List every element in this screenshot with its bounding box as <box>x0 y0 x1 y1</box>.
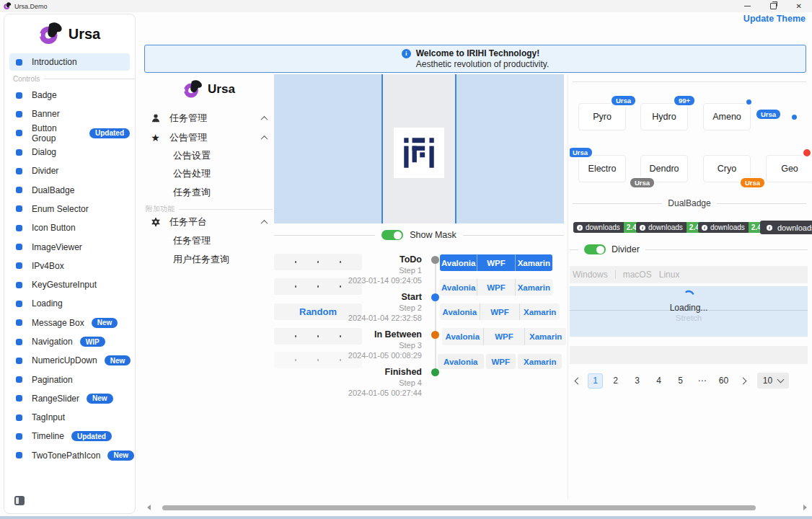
horizontal-scrollbar-thumb[interactable] <box>162 505 756 510</box>
bullet-icon <box>16 59 22 66</box>
menu-subitem-announcement-processing[interactable]: 公告处理 <box>173 165 211 182</box>
show-mask-toggle[interactable] <box>381 230 403 240</box>
menu-subitem-task-management[interactable]: 任务管理 <box>173 232 211 249</box>
sidebar-item-twotonepathicon[interactable]: TwoTonePathIconNew <box>9 446 130 465</box>
os-label-windows: Windows <box>573 270 608 280</box>
sidebar-item-rangeslider[interactable]: RangeSliderNew <box>9 389 130 408</box>
button-xamarin[interactable]: Xamarin <box>519 303 560 320</box>
sidebar-item-keygestureinput[interactable]: KeyGestureInput <box>9 275 130 294</box>
badge-card-pyro: Pyro <box>578 103 626 130</box>
timeline-dot-finished <box>431 368 439 376</box>
sidebar-logo: Ursa <box>4 14 135 53</box>
status-badge: WIP <box>80 337 105 347</box>
page-button-3[interactable]: 3 <box>628 373 646 389</box>
bullet-icon <box>16 262 22 269</box>
image-viewer[interactable] <box>274 74 564 223</box>
page-button-2[interactable]: 2 <box>606 373 625 389</box>
bullet-icon <box>16 358 22 364</box>
divider-toggle[interactable] <box>584 244 606 254</box>
sidebar-collapse-icon[interactable] <box>14 496 25 505</box>
sidebar-item-message-box[interactable]: Message BoxNew <box>9 314 130 332</box>
sidebar-item-badge[interactable]: Badge <box>9 86 130 105</box>
page-size-select[interactable]: 10 <box>757 373 789 389</box>
button-wpf[interactable]: WPF <box>480 303 520 320</box>
sidebar-item-timeline[interactable]: TimelineUpdated <box>9 427 130 445</box>
button-avalonia[interactable]: Avalonia <box>440 303 480 320</box>
button-wpf[interactable]: WPF <box>483 328 525 345</box>
next-page-icon[interactable] <box>736 373 749 389</box>
sidebar-item-dualbadge[interactable]: DualBadge <box>9 180 130 199</box>
button-xamarin[interactable]: Xamarin <box>524 328 566 345</box>
button-xamarin[interactable]: Xamarin <box>515 254 552 271</box>
chevron-down-icon <box>777 376 785 383</box>
ipv4-input[interactable] <box>274 328 362 345</box>
menu-subitem-task-query[interactable]: 任务查询 <box>173 184 211 201</box>
app-window: Ursa.Demo ✕ Ursa Introduction Controls B… <box>0 0 812 519</box>
scroll-right-icon[interactable] <box>803 505 807 510</box>
badge-card-ameno: Ameno <box>703 103 751 130</box>
page-button-4[interactable]: 4 <box>650 373 668 389</box>
timeline-title: ToDo <box>400 254 422 265</box>
menu-item-task-management[interactable]: 任务管理 <box>144 110 273 127</box>
sidebar-item-imageviewer[interactable]: ImageViewer <box>9 237 130 256</box>
os-label-macos: macOS <box>623 270 652 280</box>
maximize-icon[interactable] <box>770 3 777 9</box>
menu-subitem-announcement-settings[interactable]: 公告设置 <box>173 147 211 164</box>
button-wpf[interactable]: WPF <box>486 354 516 369</box>
page-ellipsis[interactable]: ⋯ <box>693 373 711 389</box>
sidebar-item-enum-selector[interactable]: Enum Selector <box>9 200 130 218</box>
sidebar-item-button-group[interactable]: Button GroupUpdated <box>9 124 130 143</box>
button-group-chips: Avalonia WPF Xamarin <box>438 354 562 369</box>
sidebar-item-navigation[interactable]: NavigationWIP <box>9 332 130 351</box>
button-xamarin[interactable]: Xamarin <box>518 354 562 369</box>
dot-badge <box>745 98 753 106</box>
close-icon[interactable]: ✕ <box>796 3 802 10</box>
page-button-1[interactable]: 1 <box>588 373 603 389</box>
badge-card-electro: Electro <box>578 155 626 182</box>
sidebar-item-ipv4box[interactable]: IPv4Box <box>9 257 130 275</box>
button-avalonia[interactable]: Avalonia <box>438 354 484 369</box>
image-viewer-mask-left <box>274 74 383 223</box>
update-theme-button[interactable]: Update Theme <box>743 14 806 24</box>
timeline-date: 2024-01-05 00:27:44 <box>348 389 422 397</box>
sidebar-item-divider[interactable]: Divider <box>9 161 130 180</box>
sidebar-item-icon-button[interactable]: Icon Button <box>9 218 130 237</box>
bullet-icon <box>16 339 22 345</box>
navigation-menu-demo: Ursa 任务管理 ★ 公告管理 公告设置 公告处理 任务查询 附加功能 任务平… <box>144 74 274 420</box>
timeline-connector <box>435 262 436 376</box>
window-title: Ursa.Demo <box>14 3 48 10</box>
menu-logo: Ursa <box>144 80 274 99</box>
sidebar-item-banner[interactable]: Banner <box>9 105 130 123</box>
button-avalonia[interactable]: Avalonia <box>440 279 477 296</box>
sidebar-item-taginput[interactable]: TagInput <box>9 408 130 427</box>
bullet-icon <box>16 149 22 156</box>
bullet-icon <box>16 452 22 458</box>
button-avalonia[interactable]: Avalonia <box>440 254 477 271</box>
page-button-5[interactable]: 5 <box>671 373 689 389</box>
menu-subitem-user-task-query[interactable]: 用户任务查询 <box>173 251 229 268</box>
sidebar-item-introduction[interactable]: Introduction <box>9 53 130 71</box>
scroll-left-icon[interactable] <box>147 505 151 510</box>
sidebar-item-numericupdown[interactable]: NumericUpDownNew <box>9 351 130 370</box>
chevron-up-icon <box>261 219 268 226</box>
bullet-icon <box>16 376 22 383</box>
sidebar-item-pagination[interactable]: Pagination <box>9 370 130 389</box>
sidebar-item-loading[interactable]: Loading <box>9 294 130 313</box>
prev-page-icon[interactable] <box>571 373 584 389</box>
button-xamarin[interactable]: Xamarin <box>515 279 552 296</box>
menu-item-task-platform[interactable]: 任务平台 <box>144 213 273 231</box>
button-avalonia[interactable]: Avalonia <box>442 328 483 345</box>
bullet-icon <box>16 225 22 231</box>
button-wpf[interactable]: WPF <box>477 279 514 296</box>
bullet-icon <box>16 282 22 288</box>
timeline-title: Start <box>402 292 422 302</box>
ipv4-input[interactable] <box>274 254 362 270</box>
sidebar-item-dialog[interactable]: Dialog <box>9 143 130 161</box>
bullet-icon <box>16 301 22 307</box>
dot-badge-red <box>802 148 812 158</box>
page-button-60[interactable]: 60 <box>715 373 733 389</box>
minimize-icon[interactable] <box>744 6 751 6</box>
sidebar: Ursa Introduction Controls Badge Banner … <box>4 14 136 514</box>
menu-item-announcement-management[interactable]: ★ 公告管理 <box>144 129 273 146</box>
button-wpf[interactable]: WPF <box>477 254 514 271</box>
